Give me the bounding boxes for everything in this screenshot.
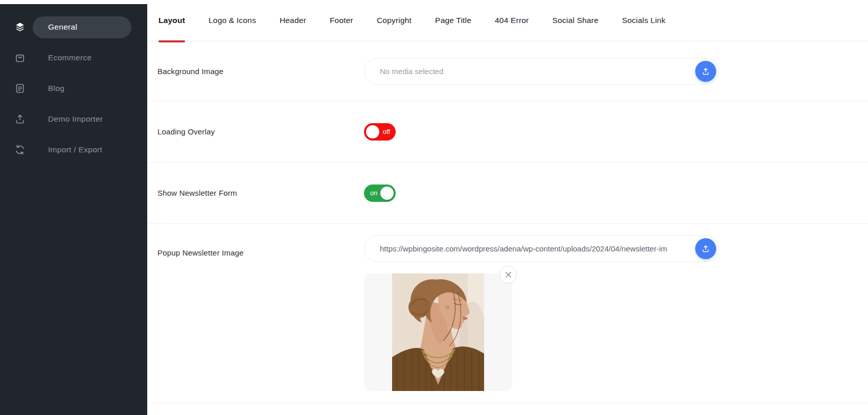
setting-label: Loading Overlay	[147, 127, 364, 136]
setting-row-show-newsletter-form: Show Newsletter Form on	[147, 163, 868, 224]
tab-social-share[interactable]: Social Share	[552, 0, 598, 41]
sidebar-item-label: General	[48, 22, 77, 32]
sync-icon	[14, 144, 26, 156]
popup-newsletter-media-field	[364, 235, 719, 262]
sidebar-item-label: Demo Importer	[48, 114, 103, 124]
setting-label: Background Image	[147, 67, 364, 76]
shopping-bag-icon	[14, 52, 26, 64]
sidebar-item-label: Import / Export	[48, 145, 102, 154]
tab-404-error[interactable]: 404 Error	[495, 0, 529, 41]
tab-bar: Layout Logo & Icons Header Footer Copyri…	[147, 0, 868, 41]
show-newsletter-form-toggle[interactable]: on	[364, 185, 396, 202]
setting-row-background-image: Background Image	[147, 41, 868, 101]
remove-preview-button[interactable]	[499, 266, 517, 283]
setting-row-popup-newsletter-image: Popup Newsletter Image	[147, 224, 868, 403]
tab-footer[interactable]: Footer	[330, 0, 353, 41]
sidebar-item-label: Blog	[48, 84, 64, 93]
toggle-knob	[366, 125, 379, 139]
popup-newsletter-upload-button[interactable]	[695, 238, 716, 259]
sidebar-item-label: Ecommerce	[48, 53, 92, 62]
tab-logo-icons[interactable]: Logo & Icons	[209, 0, 256, 41]
tab-layout[interactable]: Layout	[158, 0, 185, 41]
popup-newsletter-url-input[interactable]	[364, 235, 719, 262]
sidebar-item-demo-importer[interactable]: Demo Importer	[0, 104, 147, 134]
background-image-input[interactable]	[364, 58, 719, 85]
toggle-state-label: on	[370, 185, 377, 202]
theme-options-screen: General Ecommerce Blog	[0, 0, 868, 415]
toggle-knob	[380, 187, 394, 200]
upload-icon	[701, 244, 710, 253]
tab-page-title[interactable]: Page Title	[435, 0, 471, 41]
tab-header[interactable]: Header	[280, 0, 306, 41]
upload-icon	[701, 67, 710, 76]
popup-newsletter-image-preview	[364, 273, 512, 391]
sidebar-item-ecommerce[interactable]: Ecommerce	[0, 42, 147, 73]
background-image-media-field	[364, 58, 719, 85]
upload-icon	[14, 113, 26, 125]
tab-copyright[interactable]: Copyright	[377, 0, 412, 41]
tab-socials-link[interactable]: Socials Link	[622, 0, 666, 41]
setting-label: Show Newsletter Form	[147, 189, 364, 197]
sidebar-item-blog[interactable]: Blog	[0, 73, 147, 104]
setting-label: Popup Newsletter Image	[147, 224, 364, 257]
setting-row-loading-overlay: Loading Overlay off	[147, 101, 868, 163]
toggle-state-label: off	[383, 123, 390, 141]
main-panel: Layout Logo & Icons Header Footer Copyri…	[147, 0, 868, 415]
woman-with-gold-necklace-photo	[392, 273, 484, 391]
sidebar: General Ecommerce Blog	[0, 4, 147, 415]
blog-post-icon	[14, 82, 26, 95]
layers-icon	[14, 21, 26, 33]
loading-overlay-toggle[interactable]: off	[364, 123, 396, 141]
sidebar-item-general[interactable]: General	[0, 12, 147, 42]
background-image-upload-button[interactable]	[695, 61, 716, 82]
close-icon	[505, 271, 512, 278]
sidebar-item-import-export[interactable]: Import / Export	[0, 134, 147, 165]
